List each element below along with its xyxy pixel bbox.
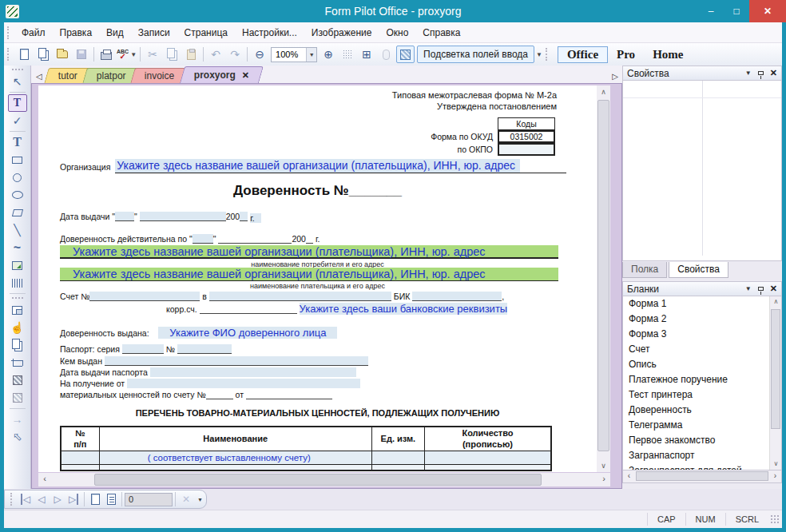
paste-button[interactable] (182, 46, 200, 63)
receive-from-field[interactable] (127, 379, 360, 388)
checkmark-tool[interactable]: ✓ (8, 112, 27, 129)
first-record-button[interactable]: ◁ (18, 491, 34, 507)
issue-day-field[interactable] (115, 212, 134, 221)
blanks-close-icon[interactable]: ✕ (770, 284, 777, 294)
delete-record-button[interactable]: ✕ (178, 491, 194, 507)
send-to-tool[interactable]: ⇧ (8, 428, 27, 446)
polygon-tool[interactable] (8, 204, 27, 221)
blank-item-forma2[interactable]: Форма 2 (623, 312, 781, 327)
zoom-level-combo[interactable]: 100% ▼ (271, 47, 317, 62)
row2-unit-field[interactable] (371, 464, 424, 470)
menu-file[interactable]: Файл (14, 24, 53, 42)
menu-image[interactable]: Изображение (304, 24, 379, 42)
text-tool[interactable]: T (8, 133, 27, 151)
ellipse-tool[interactable] (8, 186, 27, 204)
menubar-grip[interactable] (7, 26, 11, 39)
new-document-button[interactable] (15, 46, 33, 63)
issue-g-field[interactable]: г. (250, 213, 261, 223)
fill-pattern-tool[interactable] (8, 371, 27, 389)
highlight-fields-button[interactable]: Подсветка полей ввода (417, 46, 534, 63)
document-horizontal-scrollbar[interactable]: ‹ › (38, 473, 610, 486)
zoom-dropdown-icon[interactable]: ▼ (306, 48, 316, 62)
passport-date-field[interactable] (150, 367, 356, 377)
fill-pattern-light-tool[interactable] (8, 389, 27, 407)
previous-record-button[interactable]: ◁ (34, 491, 50, 507)
circle-tool[interactable] (8, 169, 27, 186)
redo-button[interactable]: ↷ (226, 46, 244, 63)
image-tool[interactable] (8, 256, 27, 274)
blanks-pin-icon[interactable] (758, 287, 764, 291)
toolbar-overflow-icon[interactable]: ▼ (536, 51, 542, 58)
invoice-number-field[interactable] (206, 390, 233, 399)
properties-close-icon[interactable]: ✕ (770, 68, 777, 78)
vertical-scroll-thumb[interactable] (597, 100, 609, 451)
lefttools-grip[interactable] (12, 69, 23, 70)
blanks-hscroll-thumb[interactable] (636, 471, 768, 481)
recordbar-grip[interactable] (10, 493, 14, 506)
mode-office-button[interactable]: Office (558, 46, 608, 63)
row2-num-field[interactable] (61, 464, 99, 470)
next-record-button[interactable]: ▷ (50, 491, 66, 507)
record-list-button[interactable] (103, 491, 119, 507)
payer-org-field[interactable]: Укажите здесь название вашей организации… (60, 268, 558, 281)
consumer-org-field[interactable]: Укажите здесь название вашей организации… (60, 245, 558, 259)
bank-hint-field[interactable]: Укажите здесь ваши банковские реквизиты (300, 303, 508, 315)
spellcheck-button[interactable]: ABC✓ ▼ (117, 46, 137, 63)
spellcheck-dropdown-icon[interactable]: ▼ (130, 51, 137, 58)
menu-settings[interactable]: Настройки... (235, 24, 304, 42)
tab-close-icon[interactable]: ✕ (242, 70, 249, 80)
passport-number-field[interactable] (177, 344, 232, 354)
valid-year-field[interactable] (306, 234, 313, 244)
mode-home-button[interactable]: Home (644, 47, 692, 62)
toolbar-grip[interactable] (7, 48, 11, 61)
copy-button[interactable] (163, 46, 181, 63)
resize-tool[interactable] (8, 301, 27, 319)
issued-by-field[interactable] (105, 356, 368, 366)
document-vertical-scrollbar[interactable]: ∧ ∨ (597, 85, 610, 472)
valid-month-field[interactable] (218, 234, 292, 244)
select-tool[interactable]: ↖ (8, 73, 27, 90)
grid-button[interactable] (339, 46, 356, 63)
row2-qty-field[interactable] (424, 464, 551, 470)
scroll-up-icon[interactable]: ∧ (597, 85, 610, 98)
row1-num-field[interactable] (61, 451, 99, 464)
menu-view[interactable]: Вид (99, 24, 131, 42)
dock-tab-shelf[interactable]: Полка (622, 262, 667, 278)
row2-name-field[interactable] (99, 464, 371, 470)
mode-pro-button[interactable]: Pro (608, 47, 644, 62)
bank-name-field[interactable] (209, 292, 391, 301)
mouse-fill-button[interactable] (377, 46, 395, 63)
tabs-scroll-right-icon[interactable]: ▷ (607, 72, 622, 83)
blanks-menu-icon[interactable]: ▼ (745, 285, 752, 292)
copy-document-button[interactable] (34, 46, 52, 63)
issue-year-field[interactable] (240, 212, 248, 221)
blank-item-schet[interactable]: Счет (623, 342, 781, 357)
barcode-tool[interactable] (8, 274, 27, 292)
tab-proxyorg[interactable]: proxyorg✕ (180, 66, 264, 83)
scroll-right-icon[interactable]: › (597, 473, 610, 486)
highlight-toggle-icon-button[interactable] (396, 46, 415, 63)
menu-page[interactable]: Страница (177, 24, 235, 42)
okud-value[interactable]: 0315002 (498, 130, 555, 143)
blank-item-zagranpasport[interactable]: Загранпаспорт (623, 448, 781, 463)
scroll-left-icon[interactable]: ‹ (38, 473, 51, 486)
line-tool[interactable]: ╲ (8, 221, 27, 239)
row1-qty-field[interactable] (424, 451, 551, 464)
organization-field[interactable]: Укажите здесь название вашей организации… (115, 159, 520, 173)
properties-pin-icon[interactable] (758, 71, 764, 75)
valid-day-field[interactable] (193, 234, 213, 244)
corr-account-field[interactable] (200, 304, 297, 314)
properties-menu-icon[interactable]: ▼ (745, 69, 752, 77)
stamp-tool[interactable] (8, 336, 27, 354)
apply-arrow-tool[interactable]: → (8, 411, 27, 428)
recordbar-overflow-icon[interactable]: ▼ (197, 497, 203, 502)
open-button[interactable] (54, 46, 71, 63)
menu-edit[interactable]: Правка (53, 24, 100, 42)
blank-item-doverennost[interactable]: Доверенность (623, 403, 781, 418)
blank-item-pervoe-znakomstvo[interactable]: Первое знакомство (623, 433, 781, 448)
blank-item-forma1[interactable]: Форма 1 (623, 296, 781, 312)
blanks-scroll-left-icon[interactable]: ‹ (623, 470, 635, 482)
menu-help[interactable]: Справка (415, 24, 467, 42)
okpo-field[interactable] (498, 143, 555, 156)
resize-grip[interactable] (770, 514, 780, 524)
